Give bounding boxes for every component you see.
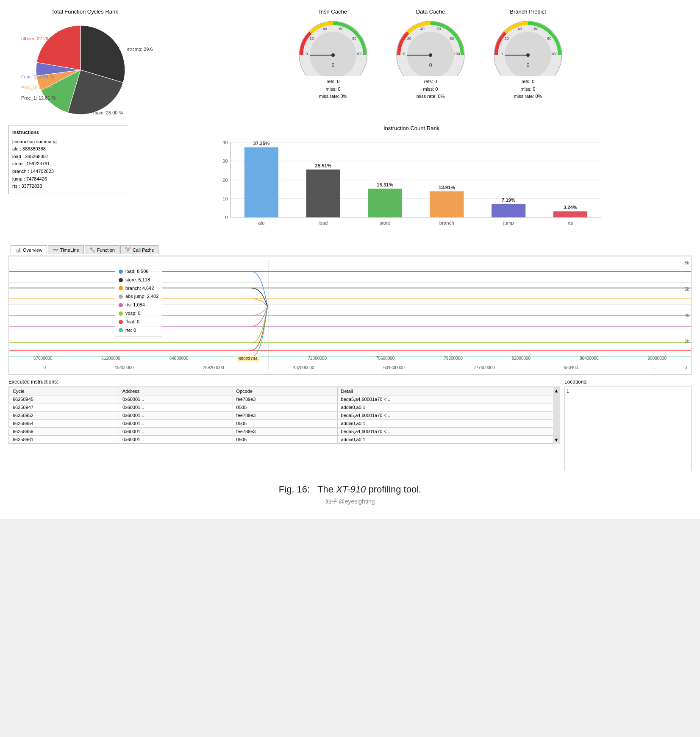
table-row[interactable]: 662589450x60001...fee789e3beqa5,a4,60001… (9, 395, 560, 403)
tooltip-color-dot (119, 303, 123, 307)
svg-text:80: 80 (547, 36, 551, 41)
table-row[interactable]: 662589520x60001...fee789e3beqa5,a4,60001… (9, 412, 560, 420)
instruction-item: jump : 74784426 (12, 175, 123, 183)
locations-section: Locations: 1 (564, 379, 692, 471)
tooltip-item: branch: 4,642 (119, 284, 158, 293)
svg-text:0: 0 (306, 52, 308, 56)
cell-address: 0x60001... (119, 420, 233, 428)
svg-text:20: 20 (222, 178, 228, 183)
svg-text:30: 30 (222, 159, 228, 164)
tab-timeline[interactable]: 〰️ TimeLine (48, 245, 84, 254)
tab-callpaths[interactable]: ✂️ Call Paths (120, 245, 158, 254)
tooltip-color-dot (119, 286, 123, 290)
table-body: 662589450x60001...fee789e3beqa5,a4,60001… (9, 395, 560, 444)
x-axis-label: 82800000 (512, 356, 531, 362)
tooltip-label: vdsp: 0 (125, 309, 140, 318)
x-axis-label: 86400000 (580, 356, 599, 362)
instruction-item: rts : 33772833 (12, 183, 123, 190)
pie-chart-svg: strcmp: 29.61 % main: 25.00 % Proc_1: 12… (17, 17, 153, 119)
col-detail: Detail (337, 387, 559, 395)
x-axis-label2: 777600000 (474, 365, 495, 370)
table-row[interactable]: 662589540x60001...0505addia0,a0,1 (9, 420, 560, 428)
gauge-svg-1: 0204060801000 (390, 17, 471, 76)
caption-text: Fig. 16: The XT-910 profiling tool. (279, 484, 421, 495)
tooltip-label: float: 0 (125, 318, 139, 326)
cell-detail: beqa5,a4,60001a70 <... (337, 412, 559, 420)
table-row[interactable]: 662589610x60001...0505addia0,a0,1 (9, 436, 560, 444)
table-row[interactable]: 662589590x60001...fee789e3beqa5,a4,60001… (9, 428, 560, 436)
scroll-down-icon[interactable]: ▼ (554, 437, 559, 443)
scroll-up-icon[interactable]: ▲ (554, 388, 559, 394)
cell-opcode: fee789e3 (233, 428, 337, 436)
cell-opcode: fee789e3 (233, 412, 337, 420)
tab-overview[interactable]: 📊 Overview (11, 245, 47, 254)
timeline-inner: load: 8,506 store: 5,118 branch: 4,642 a… (9, 256, 691, 374)
function-icon: 🔧 (89, 247, 95, 253)
gauge-stats-0: refs: 0miss: 0miss rate: 0% (319, 78, 347, 100)
main-container: Total Function Cycles Rank strcmp: 29.61… (0, 0, 700, 519)
svg-text:0: 0 (527, 62, 530, 68)
svg-rect-66 (553, 211, 587, 217)
x-axis-label2: 604800000 (383, 365, 405, 370)
tooltip-color-dot (119, 311, 123, 316)
svg-text:13.91%: 13.91% (439, 185, 455, 190)
timeline-x-axis: 5760000061200000648000006902374472000000… (9, 356, 691, 362)
executed-section: Executed instructions: Cycle Address Opc… (8, 379, 560, 471)
svg-text:3.24%: 3.24% (564, 205, 577, 210)
cell-cycle: 66258954 (9, 420, 119, 428)
svg-text:100: 100 (356, 52, 362, 56)
cell-opcode: fee789e3 (233, 395, 337, 403)
cell-cycle: 66258961 (9, 436, 119, 444)
table-row[interactable]: 662589470x60001...0505addia0,a0,1 (9, 403, 560, 412)
svg-rect-54 (306, 170, 340, 217)
svg-text:25.51%: 25.51% (315, 163, 331, 168)
svg-text:60: 60 (436, 27, 441, 31)
tab-timeline-label: TimeLine (60, 248, 79, 253)
x-axis-label2: 432000000 (293, 365, 314, 370)
cell-cycle: 66258959 (9, 428, 119, 436)
tooltip-item: rte: 0 (119, 326, 158, 335)
svg-text:10: 10 (222, 196, 228, 201)
svg-text:0: 0 (403, 52, 405, 56)
svg-text:60: 60 (339, 27, 343, 31)
tooltip-item: load: 8,506 (119, 267, 158, 276)
col-address: Address (119, 387, 233, 395)
svg-text:100: 100 (551, 52, 557, 56)
cell-cycle: 66258945 (9, 395, 119, 403)
instructions-box: Instructions [instruction summary] alu :… (8, 125, 127, 194)
svg-rect-60 (430, 191, 464, 217)
gauge-block-0: Insn Cache0204060801000refs: 0miss: 0mis… (293, 8, 373, 100)
instruction-item: load : 265268387 (12, 153, 123, 161)
x-axis-label: 69023744 (237, 356, 259, 362)
svg-rect-63 (492, 204, 525, 217)
tooltip-label: abs jump: 2,402 (125, 292, 158, 301)
table-scrollbar[interactable]: ▲ ▼ (553, 387, 560, 444)
pie-title: Total Function Cycles Rank (51, 8, 118, 15)
watermark: 知乎 @eyesighting (325, 498, 375, 505)
svg-text:20: 20 (407, 36, 411, 41)
tooltip-item: rts: 1,084 (119, 301, 158, 309)
locations-title: Locations: (564, 379, 692, 385)
tab-function[interactable]: 🔧 Function (85, 245, 119, 254)
cell-cycle: 66258952 (9, 412, 119, 420)
tab-callpaths-label: Call Paths (133, 248, 154, 253)
x-axis-label: 75600000 (376, 356, 395, 362)
tooltip-color-dot (119, 295, 123, 299)
tooltip-label: store: 5,118 (125, 276, 150, 284)
gauge-title-0: Insn Cache (319, 8, 347, 15)
svg-point-26 (429, 53, 432, 57)
y-axis-label: 2k (684, 339, 689, 344)
instructions-table: Cycle Address Opcode Detail 662589450x60… (9, 387, 560, 444)
svg-text:20: 20 (505, 36, 509, 41)
timeline-x-axis2: 0154000002592000004320000006048000007776… (9, 365, 691, 370)
svg-text:37.35%: 37.35% (253, 141, 269, 146)
svg-point-15 (331, 53, 335, 57)
cell-detail: addia0,a0,1 (337, 436, 559, 444)
svg-rect-57 (368, 189, 402, 217)
svg-text:100: 100 (453, 52, 460, 56)
middle-section: Instructions [instruction summary] alu :… (4, 123, 696, 242)
gauge-block-2: Branch Predict0204060801000refs: 0miss: … (488, 8, 568, 100)
tab-overview-label: Overview (23, 248, 42, 253)
cell-address: 0x60001... (119, 412, 233, 420)
tooltip-item: vdsp: 0 (119, 309, 158, 318)
